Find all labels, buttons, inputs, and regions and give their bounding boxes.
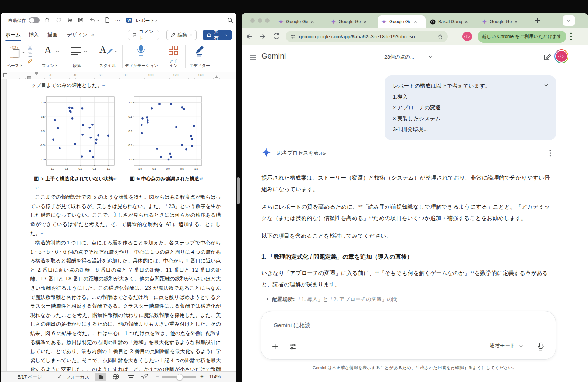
- editor-icon[interactable]: [193, 44, 205, 57]
- copy-icon[interactable]: [27, 52, 33, 57]
- tab-stop-selector[interactable]: [3, 73, 7, 77]
- tab-home[interactable]: ホーム: [6, 32, 21, 38]
- page-count-label[interactable]: 5/17 ページ: [18, 374, 42, 381]
- browser-menu-icon[interactable]: [568, 32, 574, 40]
- focus-expand-icon[interactable]: [57, 374, 63, 379]
- undo-chevron-icon[interactable]: [97, 19, 100, 22]
- paste-icon[interactable]: [9, 46, 21, 59]
- web-layout-view-icon[interactable]: [112, 373, 119, 380]
- zoom-out-button[interactable]: −: [156, 374, 159, 380]
- bookmark-star-icon[interactable]: [437, 33, 443, 40]
- url-text[interactable]: gemini.google.com/app/6a5a62c3ee18de19?u…: [299, 34, 434, 39]
- message-menu-icon[interactable]: [549, 149, 551, 157]
- dictation-label[interactable]: ディクテーション: [122, 63, 161, 68]
- account-avatar-ring[interactable]: パン: [554, 49, 568, 63]
- collapse-chevron-icon[interactable]: [544, 83, 549, 88]
- browser-tab[interactable]: Basal Gang: [426, 15, 477, 28]
- save-icon[interactable]: [78, 17, 84, 23]
- browser-tab[interactable]: Google Ge: [478, 15, 529, 28]
- gemini-brand[interactable]: Gemini: [261, 52, 286, 60]
- close-tab-icon[interactable]: [363, 20, 367, 24]
- conversation-title[interactable]: 23個の点の...: [384, 54, 414, 60]
- new-document-icon[interactable]: [104, 17, 110, 23]
- tools-icon[interactable]: [289, 343, 296, 350]
- first-line-indent-marker[interactable]: [35, 72, 38, 77]
- addins-icon[interactable]: [168, 45, 179, 56]
- thoughts-chevron-icon[interactable]: [323, 151, 327, 156]
- site-settings-icon[interactable]: [290, 34, 296, 39]
- draft-view-icon[interactable]: [141, 373, 148, 380]
- tab-search-button[interactable]: [563, 15, 575, 26]
- undo-icon[interactable]: [89, 17, 95, 23]
- autosave-toggle[interactable]: [29, 17, 40, 23]
- tab-draw[interactable]: 描画: [47, 32, 57, 38]
- chrome-update-button[interactable]: 新しい Chrome をご利用いただけます: [478, 31, 566, 43]
- browser-tab[interactable]: Google Ge: [327, 15, 378, 28]
- zoom-slider-knob[interactable]: [176, 374, 183, 381]
- add-attachment-icon[interactable]: [271, 343, 279, 350]
- styles-icon[interactable]: A: [99, 44, 106, 55]
- paragraph-label[interactable]: 段落: [68, 63, 86, 68]
- font-label[interactable]: フォント: [39, 63, 61, 68]
- zoom-window-button[interactable]: [265, 18, 270, 23]
- browser-tab[interactable]: Google Ge: [275, 15, 326, 28]
- mode-chevron-icon[interactable]: [519, 344, 523, 348]
- dictation-icon[interactable]: [136, 44, 146, 58]
- home-icon[interactable]: [44, 17, 50, 23]
- paragraph-icon[interactable]: [71, 46, 82, 56]
- back-button[interactable]: [244, 32, 253, 41]
- paste-chevron-icon[interactable]: [22, 51, 25, 54]
- close-tab-icon[interactable]: [465, 20, 468, 24]
- format-painter-icon[interactable]: [27, 59, 33, 64]
- tab-design[interactable]: デザイン: [67, 32, 87, 38]
- word-scrollbar-thumb[interactable]: [237, 177, 240, 204]
- right-indent-marker[interactable]: [215, 74, 218, 78]
- font-chevron-icon[interactable]: [56, 50, 59, 53]
- browser-tab-active[interactable]: Google Ge: [378, 15, 426, 28]
- conversation-chevron-icon[interactable]: [429, 55, 433, 59]
- svg-text:0.5: 0.5: [128, 116, 132, 118]
- title-chevron-icon[interactable]: [154, 19, 158, 22]
- close-tab-icon[interactable]: [414, 20, 417, 24]
- reload-button[interactable]: [272, 32, 281, 40]
- zoom-percent-label[interactable]: 114%: [209, 374, 221, 379]
- print-icon[interactable]: [67, 17, 73, 23]
- profile-avatar[interactable]: パン: [462, 32, 472, 41]
- thinking-mode-label[interactable]: 思考モード: [490, 342, 515, 349]
- cut-icon[interactable]: [27, 45, 33, 50]
- zoom-in-button[interactable]: +: [200, 373, 204, 379]
- comment-button[interactable]: コメント: [128, 30, 159, 40]
- microphone-icon[interactable]: [537, 342, 545, 351]
- tabs-overflow-chevrons[interactable]: »: [91, 32, 94, 37]
- search-icon[interactable]: [227, 17, 233, 24]
- share-button[interactable]: 共有: [203, 30, 232, 40]
- print-layout-view-button[interactable]: [95, 373, 106, 381]
- font-icon[interactable]: A: [44, 44, 52, 56]
- prompt-input[interactable]: Gemini に相談 思考モード: [261, 311, 556, 360]
- paste-label[interactable]: ペースト: [4, 63, 26, 68]
- new-chat-icon[interactable]: [543, 53, 551, 61]
- close-tab-icon[interactable]: [311, 20, 314, 24]
- more-icon[interactable]: …: [115, 15, 120, 22]
- edit-mode-button[interactable]: 編集: [166, 30, 197, 40]
- addins-label[interactable]: アドイン: [166, 59, 180, 68]
- outline-view-icon[interactable]: [128, 374, 134, 379]
- document-canvas[interactable]: ップ目までのみの適用とした。↵ -1.0-1.0-0.5-0.50.00.00.…: [1, 79, 236, 372]
- ruler-number: 140: [198, 73, 203, 77]
- menu-hamburger-icon[interactable]: [250, 54, 257, 61]
- styles-chevron-icon[interactable]: [115, 50, 118, 53]
- account-avatar[interactable]: パン: [555, 50, 568, 63]
- paragraph-chevron-icon[interactable]: [84, 50, 87, 53]
- address-bar[interactable]: gemini.google.com/app/6a5a62c3ee18de19?u…: [286, 31, 448, 42]
- tab-insert[interactable]: 挿入: [29, 32, 39, 38]
- styles-label[interactable]: スタイル: [96, 63, 119, 68]
- minimize-window-button[interactable]: [258, 18, 262, 23]
- close-window-button[interactable]: [250, 18, 255, 23]
- document-title[interactable]: レポート: [135, 17, 155, 24]
- editor-label[interactable]: エディター: [189, 63, 211, 68]
- close-tab-icon[interactable]: [514, 20, 518, 24]
- show-thoughts-label[interactable]: 思考プロセスを表示: [277, 150, 324, 156]
- forward-button[interactable]: [258, 32, 267, 41]
- new-tab-button[interactable]: [534, 17, 541, 24]
- focus-label[interactable]: フォーカス: [66, 374, 89, 381]
